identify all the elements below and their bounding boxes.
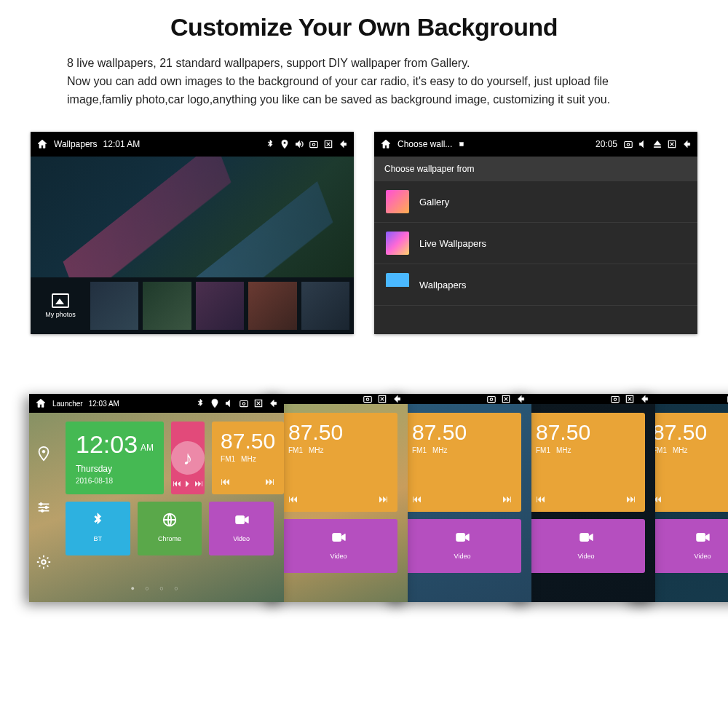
camera-icon[interactable]	[363, 394, 373, 404]
clock-widget[interactable]: 12:03AM Thursday 2016-08-18	[66, 422, 164, 494]
choose-time: 20:05	[596, 139, 617, 149]
wallpaper-thumb[interactable]	[301, 282, 349, 330]
radio-widget[interactable]: 87.50FM1MHz⏮⏭	[527, 413, 645, 512]
back-icon[interactable]	[681, 139, 692, 149]
choose-title: Choose wall...	[397, 139, 452, 149]
radio-band: FM1	[221, 455, 235, 463]
seek-next-icon[interactable]: ⏭	[502, 493, 513, 505]
close-icon[interactable]	[377, 394, 387, 404]
video-tile[interactable]: Video	[644, 519, 728, 573]
my-photos-button[interactable]: My photos	[35, 282, 86, 330]
back-icon[interactable]	[515, 394, 526, 404]
video-tile[interactable]: Video	[280, 519, 397, 573]
close-icon[interactable]	[323, 139, 333, 149]
nav-sliders-icon[interactable]	[36, 499, 52, 515]
launcher-tile-1: Launcher 12:03 AM	[29, 394, 284, 602]
wallpaper-preview[interactable]	[31, 157, 354, 277]
prev-icon[interactable]: ⏮	[173, 478, 181, 489]
radio-widget[interactable]: 87.50FM1MHz⏮⏭	[403, 413, 521, 512]
seek-prev-icon[interactable]: ⏮	[536, 493, 546, 505]
seek-prev-icon[interactable]: ⏮	[412, 493, 422, 505]
camera-icon[interactable]	[623, 139, 633, 149]
close-icon[interactable]	[501, 394, 511, 404]
wallpaper-thumbnails: My photos	[31, 277, 354, 334]
launcher-tile-4: 87.50FM1MHz⏮⏭ Video	[517, 394, 655, 602]
svg-rect-7	[240, 401, 248, 407]
bluetooth-icon	[195, 398, 205, 408]
seek-next-icon[interactable]: ⏭	[379, 493, 389, 505]
svg-point-5	[627, 143, 630, 146]
svg-rect-20	[333, 534, 341, 542]
nav-pin-icon[interactable]	[36, 446, 52, 462]
nav-gear-icon[interactable]	[36, 554, 52, 570]
svg-point-13	[41, 510, 44, 513]
radio-freq: 87.50	[652, 420, 707, 445]
mute-icon[interactable]	[638, 139, 648, 149]
seek-prev-icon[interactable]: ⏮	[221, 475, 231, 487]
location-icon	[210, 398, 220, 408]
camera-icon[interactable]	[610, 394, 620, 404]
svg-rect-25	[612, 397, 620, 403]
status-icons	[623, 139, 692, 149]
radio-widget[interactable]: 87.50FM1MHz⏮⏭	[280, 413, 397, 512]
my-photos-label: My photos	[45, 311, 76, 318]
video-tile[interactable]: Video	[527, 519, 645, 573]
live-wallpapers-icon	[386, 232, 409, 255]
play-icon[interactable]: ⏵	[183, 478, 192, 489]
music-widget[interactable]: ♪ ⏮ ⏵ ⏭	[171, 422, 205, 494]
chooser-list: Gallery Live Wallpapers Wallpapers	[374, 181, 697, 334]
svg-point-10	[42, 450, 45, 453]
more-icon[interactable]	[458, 138, 465, 150]
copy-line2: Now you can add own images to the backgr…	[67, 75, 610, 106]
camera-icon[interactable]	[486, 394, 496, 404]
back-icon[interactable]	[639, 394, 649, 404]
svg-point-26	[614, 398, 617, 401]
svg-rect-0	[310, 142, 318, 148]
bt-tile[interactable]: BT	[66, 502, 130, 555]
back-icon[interactable]	[268, 398, 278, 408]
radio-widget[interactable]: 87.50FM1MHz⏮⏭	[644, 413, 728, 512]
wallpaper-thumb[interactable]	[196, 282, 244, 330]
next-icon[interactable]: ⏭	[194, 478, 203, 489]
seek-next-icon[interactable]: ⏭	[626, 493, 636, 505]
chrome-tile[interactable]: Chrome	[138, 502, 202, 555]
bluetooth-icon	[265, 139, 275, 149]
chooser-item-wallpapers[interactable]: Wallpapers	[374, 264, 697, 306]
camera-icon[interactable]	[309, 139, 319, 149]
volume-icon[interactable]	[224, 398, 234, 408]
home-icon[interactable]	[35, 398, 47, 409]
svg-rect-4	[625, 142, 633, 148]
svg-rect-17	[364, 397, 372, 403]
back-icon[interactable]	[392, 394, 402, 404]
close-icon[interactable]	[667, 139, 677, 149]
clock-date: 2016-08-18	[76, 477, 113, 485]
video-label: Video	[578, 553, 595, 560]
home-icon[interactable]	[380, 138, 392, 150]
wallpaper-thumb[interactable]	[143, 282, 191, 330]
eject-icon[interactable]	[652, 139, 662, 149]
wallpapers-icon	[386, 273, 409, 296]
page-title: Customize Your Own Background	[0, 13, 728, 41]
status-bar	[517, 394, 655, 404]
camera-icon[interactable]	[239, 398, 249, 408]
home-icon[interactable]	[36, 138, 48, 150]
launcher-tile-row: Launcher 12:03 AM	[0, 369, 728, 617]
video-tile[interactable]: Video	[209, 502, 274, 555]
volume-icon[interactable]	[294, 139, 304, 149]
chooser-header: Choose wallpaper from	[374, 157, 697, 181]
wallpaper-thumb[interactable]	[90, 282, 138, 330]
page-indicator: ● ○ ○ ○	[29, 585, 284, 592]
seek-prev-icon[interactable]: ⏮	[288, 493, 298, 505]
back-icon[interactable]	[338, 139, 348, 149]
video-icon	[578, 529, 594, 545]
wallpaper-thumb[interactable]	[248, 282, 296, 330]
chooser-item-gallery[interactable]: Gallery	[374, 181, 697, 223]
chooser-item-label: Wallpapers	[419, 280, 467, 290]
seek-next-icon[interactable]: ⏭	[265, 475, 275, 487]
video-tile[interactable]: Video	[403, 519, 521, 573]
radio-widget[interactable]: 87.50 FM1MHz ⏮⏭	[212, 422, 284, 494]
close-icon[interactable]	[253, 398, 264, 408]
close-icon[interactable]	[625, 394, 635, 404]
chooser-item-live[interactable]: Live Wallpapers	[374, 223, 697, 264]
copy-line1: 8 live wallpapers, 21 standard wallpaper…	[67, 57, 470, 69]
